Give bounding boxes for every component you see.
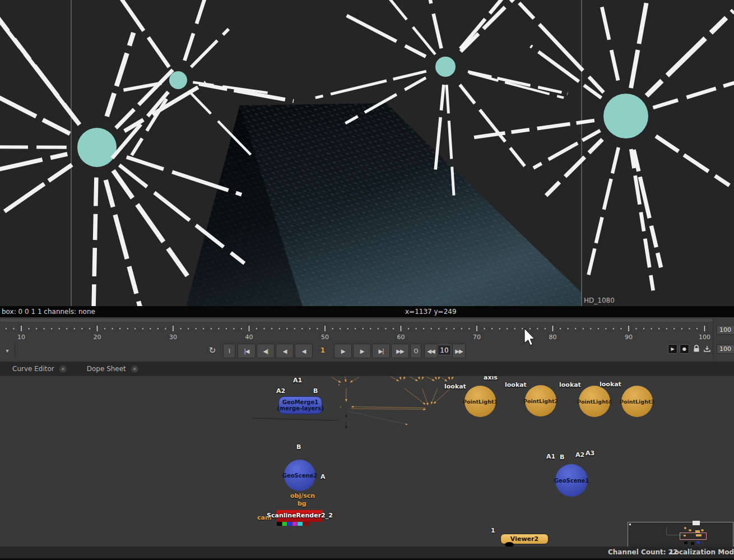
close-icon[interactable]: × (59, 365, 67, 373)
prev-keyframe-button[interactable]: ◀| (257, 344, 275, 358)
loop-mode-button[interactable]: ↻ (205, 344, 220, 357)
node-graph-minimap[interactable] (628, 522, 733, 548)
light-ray (588, 147, 618, 275)
node-geomerge1[interactable]: GeoMerge1(merge-layers) (278, 396, 322, 414)
ruler-minor-tick (658, 328, 659, 330)
ruler-minor-tick (104, 328, 105, 330)
point-light-sphere-4[interactable] (603, 94, 648, 138)
light-ray (1, 165, 72, 214)
current-frame-field[interactable]: 1 (314, 344, 332, 357)
ruler-minor-tick (233, 328, 234, 330)
ruler-minor-tick (545, 328, 546, 330)
ruler-minor-tick (651, 328, 652, 330)
step-back-button[interactable]: ◀ (276, 344, 294, 358)
goto-end-button[interactable]: ▶▶ (391, 344, 409, 358)
channel-chip-darkred (303, 522, 310, 526)
node-label: GeoScene2 (282, 473, 318, 479)
timeline-view-dropdown[interactable]: ▾ (0, 344, 15, 357)
ruler-minor-tick (696, 328, 698, 330)
ruler-minor-tick (294, 328, 295, 330)
ruler-minor-tick (59, 328, 60, 330)
light-ray (347, 16, 426, 57)
ruler-minor-tick (416, 328, 417, 330)
connection-label: A (320, 473, 326, 480)
tab-label: Dope Sheet (87, 365, 126, 373)
frame-range-button[interactable]: I (223, 344, 235, 358)
channel-chip-blue (287, 522, 292, 526)
node-pointlight4[interactable]: PointLight4 (579, 386, 610, 417)
ruler-minor-tick (393, 328, 394, 330)
tab-dope-sheet[interactable]: Dope Sheet × (75, 362, 146, 376)
close-icon[interactable]: × (131, 365, 138, 373)
ruler-minor-tick (590, 328, 591, 330)
minimap-node-white (693, 521, 700, 525)
ruler-minor-tick (636, 328, 637, 330)
light-ray (106, 180, 147, 306)
render-flag-icon[interactable]: ▶ (668, 344, 677, 354)
record-flag-icon[interactable]: ● (680, 344, 689, 354)
node-label: GeoScene1 (554, 478, 589, 484)
editor-tab-bar: Curve Editor × Dope Sheet × (0, 362, 734, 377)
light-ray (425, 0, 441, 48)
stop-button[interactable]: O (410, 344, 421, 358)
node-pointlight2[interactable]: PointLight2 (525, 385, 556, 416)
point-light-sphere-3[interactable] (435, 57, 456, 77)
lock-range-icon[interactable] (692, 344, 700, 353)
ruler-minor-tick (568, 328, 569, 330)
ruler-minor-tick (119, 328, 120, 330)
ruler-minor-tick (347, 328, 349, 330)
tab-curve-editor[interactable]: Curve Editor × (0, 362, 75, 376)
frame-step-field[interactable]: 10 (438, 345, 451, 355)
light-ray (199, 84, 294, 101)
ruler-minor-tick (529, 328, 531, 330)
node-label: PointLight4 (577, 399, 612, 405)
ruler-minor-tick (36, 328, 37, 330)
node-geoscene1[interactable]: GeoScene1 (555, 464, 588, 497)
ruler-minor-tick (6, 328, 7, 330)
ruler-frame-label: 30 (169, 334, 177, 341)
node-sublabel: (merge-layers) (277, 405, 323, 411)
ruler-frame-label: 70 (473, 334, 481, 341)
play-forward-button[interactable]: ▶ (334, 344, 352, 358)
minimap-view-rect[interactable] (680, 533, 707, 540)
ruler-minor-tick (211, 328, 212, 330)
minimap-node-dark (691, 542, 694, 545)
light-ray (184, 0, 215, 61)
next-keyframe-button[interactable]: ▶| (372, 344, 390, 358)
node-pointlight3[interactable]: PointLight3 (621, 386, 653, 417)
light-ray (653, 61, 734, 108)
minimap-dot (629, 524, 631, 525)
input-name-label: bg (298, 500, 306, 507)
play-backward-button[interactable]: ◀ (295, 344, 313, 358)
ruler-minor-tick (575, 328, 576, 330)
ruler-minor-tick (13, 328, 14, 330)
skip-forward-button[interactable]: ▶▶ (452, 344, 466, 358)
timeline-scrollbar[interactable] (0, 319, 713, 322)
connection-label: A1 (546, 453, 555, 460)
point-light-sphere-1[interactable] (77, 128, 117, 167)
frame-ruler[interactable]: 102030405060708090100 (0, 324, 713, 343)
connection-label: 1 (491, 527, 495, 534)
ruler-minor-tick (203, 328, 204, 330)
light-ray (0, 87, 70, 134)
ruler-minor-tick (218, 328, 219, 330)
ruler-minor-tick (378, 328, 379, 330)
ruler-minor-tick (620, 328, 621, 330)
ruler-minor-tick (165, 328, 166, 330)
ruler-minor-tick (180, 328, 182, 330)
ruler-minor-tick (134, 328, 136, 330)
skip-back-button[interactable]: ◀◀ (424, 344, 438, 358)
export-tray-icon[interactable] (703, 344, 711, 353)
node-graph-panel[interactable]: GeoMerge1(merge-layers)PointLight1PointL… (0, 376, 734, 547)
light-ray (315, 71, 426, 98)
range-end-field-top[interactable]: 100 (717, 325, 734, 335)
goto-start-button[interactable]: |◀ (238, 344, 255, 358)
node-label: GeoMerge1 (282, 399, 318, 405)
node-geoscene2[interactable]: GeoScene2 (284, 460, 315, 491)
viewer-scene (0, 0, 734, 306)
viewer-3d-canvas[interactable]: HD_1080 (0, 0, 734, 306)
node-pointlight1[interactable]: PointLight1 (464, 386, 496, 417)
fast-forward-button[interactable]: ▶ (353, 344, 371, 358)
light-ray (0, 154, 67, 188)
point-light-sphere-2[interactable] (169, 71, 187, 89)
